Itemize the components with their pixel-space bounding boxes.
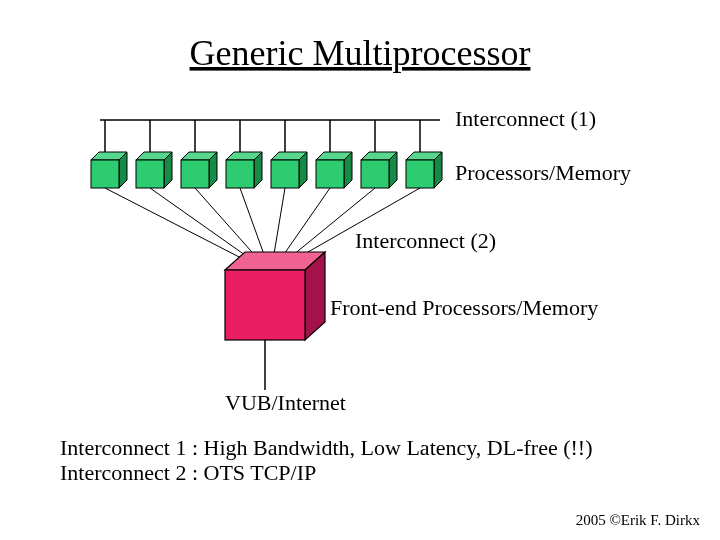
svg-line-34 [150, 188, 252, 260]
slide-title: Generic Multiprocessor [190, 33, 531, 73]
front-end-box [225, 252, 325, 340]
svg-line-36 [240, 188, 266, 260]
svg-rect-20 [226, 160, 254, 188]
svg-rect-43 [225, 270, 305, 340]
processor-box [91, 152, 127, 188]
svg-rect-23 [271, 160, 299, 188]
svg-rect-29 [361, 160, 389, 188]
svg-line-37 [273, 188, 285, 260]
svg-rect-17 [181, 160, 209, 188]
svg-line-38 [280, 188, 330, 260]
svg-rect-32 [406, 160, 434, 188]
label-interconnect-2: Interconnect (2) [355, 228, 496, 253]
processor-box [271, 152, 307, 188]
svg-line-35 [195, 188, 259, 260]
label-front-end: Front-end Processors/Memory [330, 295, 598, 320]
footer-copyright: 2005 ©Erik F. Dirkx [576, 512, 701, 528]
processor-boxes [91, 152, 442, 188]
label-vub-internet: VUB/Internet [225, 390, 346, 415]
processor-box [361, 152, 397, 188]
processor-box [406, 152, 442, 188]
label-processors-memory: Processors/Memory [455, 160, 631, 185]
svg-rect-14 [136, 160, 164, 188]
processor-box [226, 152, 262, 188]
processor-box [136, 152, 172, 188]
diagram: Generic Multiprocessor Interconnect (1) [0, 0, 720, 540]
svg-rect-11 [91, 160, 119, 188]
svg-line-33 [105, 188, 245, 260]
label-interconnect-1: Interconnect (1) [455, 106, 596, 131]
svg-rect-26 [316, 160, 344, 188]
processor-box [181, 152, 217, 188]
note-line-1: Interconnect 1 : High Bandwidth, Low Lat… [60, 435, 592, 460]
processor-box [316, 152, 352, 188]
note-line-2: Interconnect 2 : OTS TCP/IP [60, 460, 316, 485]
